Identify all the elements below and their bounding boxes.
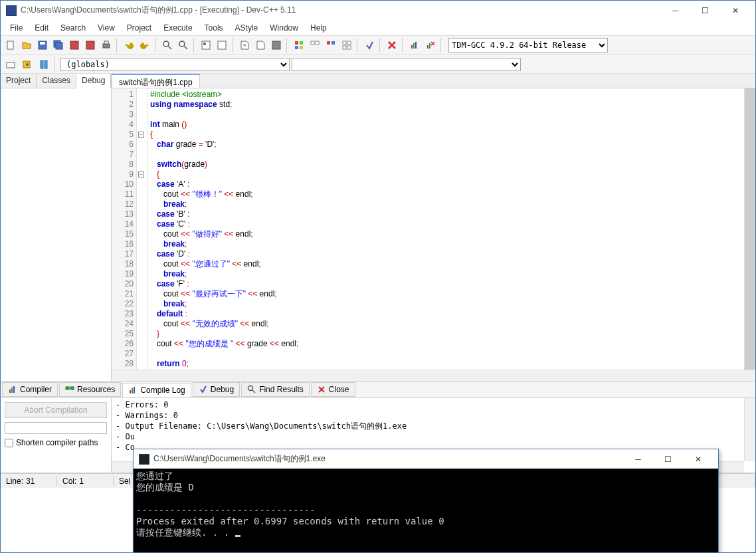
- left-tab-project[interactable]: Project: [1, 74, 37, 88]
- svg-point-46: [248, 386, 253, 391]
- compiler-select[interactable]: TDM-GCC 4.9.2 64-bit Release: [448, 38, 608, 53]
- code-content[interactable]: #include <iostream>using namespace std; …: [147, 88, 744, 370]
- find-icon[interactable]: [160, 38, 175, 53]
- file-tab-active[interactable]: switch语句的例1.cpp: [112, 74, 200, 88]
- new-class-icon[interactable]: [3, 57, 18, 72]
- menu-tools[interactable]: Tools: [199, 22, 229, 34]
- save-all-icon[interactable]: [51, 38, 66, 53]
- console-icon: [139, 454, 149, 465]
- svg-rect-22: [316, 41, 319, 45]
- rebuild-icon[interactable]: [308, 38, 322, 53]
- svg-line-12: [184, 46, 187, 49]
- menu-view[interactable]: View: [92, 22, 120, 34]
- menu-help[interactable]: Help: [305, 22, 332, 34]
- compile-run-icon[interactable]: [292, 38, 306, 53]
- bottom-tab-find-results[interactable]: Find Results: [241, 382, 310, 397]
- log-vscroll[interactable]: [744, 398, 755, 461]
- insert-icon[interactable]: [20, 57, 35, 72]
- save-as-icon[interactable]: [67, 38, 82, 53]
- svg-rect-7: [103, 44, 110, 48]
- menu-project[interactable]: Project: [122, 22, 157, 34]
- open-icon[interactable]: [19, 38, 34, 53]
- left-panel-tabs: ProjectClassesDebug: [1, 74, 111, 88]
- console-output[interactable]: 您通过了 您的成绩是 D ---------------------------…: [134, 469, 718, 553]
- left-tab-classes[interactable]: Classes: [37, 74, 76, 88]
- close-file-icon[interactable]: [83, 38, 98, 53]
- menu-execute[interactable]: Execute: [158, 22, 197, 34]
- svg-rect-34: [7, 62, 15, 68]
- editor-vscroll[interactable]: [744, 88, 755, 370]
- bottom-tabs: CompilerResourcesCompile LogDebugFind Re…: [1, 381, 755, 398]
- print-icon[interactable]: [99, 38, 114, 53]
- members-select[interactable]: [292, 58, 521, 71]
- console-maximize-button[interactable]: ☐: [653, 450, 683, 469]
- minimize-button[interactable]: ─: [660, 1, 690, 20]
- bottom-tab-icon: [199, 385, 208, 394]
- svg-rect-41: [66, 387, 69, 389]
- bookmark-icon[interactable]: [253, 38, 268, 53]
- menu-search[interactable]: Search: [55, 22, 91, 34]
- maximize-button[interactable]: ☐: [690, 1, 720, 20]
- svg-rect-32: [427, 45, 428, 49]
- toggle-icon[interactable]: [269, 38, 284, 53]
- menu-file[interactable]: File: [5, 22, 28, 34]
- app-icon: [6, 5, 17, 16]
- main-area: ProjectClassesDebug switch语句的例1.cpp 1234…: [1, 74, 755, 381]
- stop-icon[interactable]: [385, 38, 399, 53]
- bottom-tab-compiler[interactable]: Compiler: [2, 382, 58, 397]
- svg-rect-23: [327, 41, 330, 45]
- menu-window[interactable]: Window: [264, 22, 304, 34]
- editor[interactable]: 1234567891011121314151617181920212223242…: [112, 88, 755, 370]
- console-window: C:\Users\Wang\Documents\switch语句的例1.exe …: [133, 449, 719, 553]
- svg-rect-33: [429, 43, 430, 49]
- line-gutter: 1234567891011121314151617181920212223242…: [112, 88, 137, 370]
- menu-edit[interactable]: Edit: [29, 22, 54, 34]
- globals-select[interactable]: (globals): [60, 58, 290, 71]
- svg-rect-16: [272, 41, 280, 49]
- redo-icon[interactable]: [138, 38, 152, 53]
- left-tab-debug[interactable]: Debug: [76, 74, 111, 88]
- svg-rect-15: [218, 41, 226, 49]
- new-file-icon[interactable]: [3, 38, 18, 53]
- svg-rect-21: [311, 41, 314, 45]
- code-area: switch语句的例1.cpp 123456789101112131415161…: [112, 74, 755, 381]
- svg-rect-37: [45, 60, 47, 68]
- svg-rect-25: [343, 41, 346, 45]
- syntax-icon[interactable]: [324, 38, 338, 53]
- run-icon[interactable]: [215, 38, 229, 53]
- profile-icon[interactable]: [407, 38, 422, 53]
- bottom-tab-debug[interactable]: Debug: [193, 382, 240, 397]
- svg-line-47: [252, 390, 255, 393]
- fold-gutter[interactable]: −−−: [137, 88, 147, 370]
- menu-astyle[interactable]: AStyle: [230, 22, 264, 34]
- compile-icon[interactable]: [199, 38, 213, 53]
- bottom-tab-icon: [65, 385, 74, 394]
- svg-rect-4: [56, 43, 62, 49]
- svg-line-10: [168, 46, 171, 49]
- bottom-tab-compile-log[interactable]: Compile Log: [122, 383, 191, 397]
- shorten-paths-checkbox[interactable]: Shorten compiler paths: [5, 438, 107, 447]
- undo-icon[interactable]: [122, 38, 136, 53]
- svg-rect-20: [300, 46, 303, 49]
- console-minimize-button[interactable]: ─: [623, 450, 653, 469]
- left-panel-body: [1, 88, 111, 381]
- goto-icon[interactable]: [237, 38, 252, 53]
- bottom-tab-icon: [8, 385, 17, 394]
- close-button[interactable]: ✕: [720, 1, 750, 20]
- clean-icon[interactable]: [339, 38, 354, 53]
- menubar: FileEditSearchViewProjectExecuteToolsASt…: [1, 21, 755, 35]
- svg-point-9: [163, 41, 169, 47]
- delete-profile-icon[interactable]: [423, 38, 438, 53]
- debug-icon[interactable]: [362, 38, 377, 53]
- svg-rect-43: [130, 390, 131, 393]
- toggle-bookmark-icon[interactable]: [37, 57, 51, 72]
- titlebar: C:\Users\Wang\Documents\switch语句的例1.cpp …: [1, 1, 755, 21]
- bottom-tab-resources[interactable]: Resources: [59, 382, 121, 397]
- bottom-tab-icon: [317, 385, 326, 394]
- editor-hscroll[interactable]: [112, 370, 755, 381]
- save-icon[interactable]: [35, 38, 50, 53]
- console-close-button[interactable]: ✕: [683, 450, 713, 469]
- bottom-tab-close[interactable]: Close: [311, 382, 355, 397]
- replace-icon[interactable]: [176, 38, 191, 53]
- svg-rect-14: [203, 43, 206, 45]
